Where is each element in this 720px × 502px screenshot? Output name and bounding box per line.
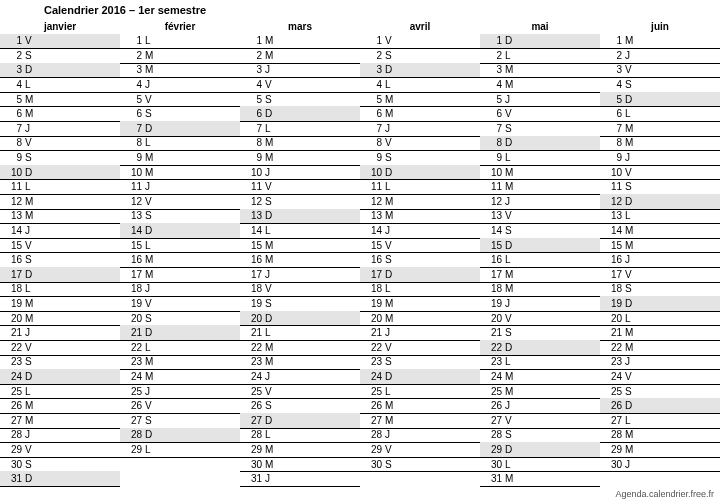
day-cell: 22M — [600, 340, 720, 356]
day-cell: 20V — [480, 311, 600, 327]
day-row: 5M5V5S5M5J5D — [0, 92, 720, 107]
day-number: 1 — [360, 34, 385, 49]
day-number: 19 — [360, 296, 385, 311]
day-weekday: V — [625, 267, 641, 282]
day-weekday: M — [25, 106, 41, 121]
day-cell: 11M — [480, 179, 600, 195]
day-cell: 28S — [480, 428, 600, 444]
day-weekday: L — [145, 340, 161, 355]
month-name: avril — [360, 21, 480, 32]
day-cell: 10M — [480, 165, 600, 181]
day-number: 25 — [480, 384, 505, 399]
day-space — [641, 92, 720, 107]
day-space — [41, 238, 120, 253]
day-space — [521, 136, 600, 151]
day-cell: 10D — [360, 165, 480, 181]
day-number: 30 — [480, 457, 505, 472]
day-weekday: V — [25, 340, 41, 355]
day-cell: 12V — [120, 194, 240, 210]
day-weekday: D — [385, 267, 401, 282]
day-number: 4 — [0, 77, 25, 92]
day-cell: 20M — [0, 311, 120, 327]
day-space — [41, 136, 120, 151]
day-cell: 29D — [480, 442, 600, 458]
day-number: 2 — [480, 48, 505, 63]
day-weekday: M — [265, 238, 281, 253]
day-space — [521, 223, 600, 238]
day-number: 27 — [0, 413, 25, 428]
day-space — [521, 252, 600, 267]
day-space — [401, 48, 480, 63]
day-cell — [360, 471, 480, 487]
day-weekday: J — [145, 384, 161, 399]
day-space — [41, 150, 120, 165]
day-space — [161, 355, 240, 370]
day-weekday: V — [145, 92, 161, 107]
day-cell: 29V — [0, 442, 120, 458]
day-cell: 25M — [480, 384, 600, 400]
day-weekday: M — [385, 296, 401, 311]
day-weekday: J — [625, 457, 641, 472]
day-number: 31 — [240, 471, 265, 486]
day-cell: 18V — [240, 282, 360, 298]
day-number: 19 — [240, 296, 265, 311]
day-number: 24 — [360, 369, 385, 384]
day-number: 3 — [120, 63, 145, 78]
day-space — [401, 267, 480, 282]
day-cell: 8M — [240, 136, 360, 152]
day-weekday: M — [385, 92, 401, 107]
day-weekday: J — [385, 428, 401, 443]
day-weekday: V — [625, 63, 641, 78]
day-weekday: M — [265, 442, 281, 457]
day-weekday: S — [265, 296, 281, 311]
day-number: 27 — [600, 413, 625, 428]
day-number: 21 — [480, 325, 505, 340]
day-cell: 25V — [240, 384, 360, 400]
day-number: 27 — [360, 413, 385, 428]
day-cell: 11S — [600, 179, 720, 195]
day-weekday: S — [145, 311, 161, 326]
day-row: 30S30M30S30L30J — [0, 457, 720, 472]
day-cell: 18M — [480, 282, 600, 298]
day-cell — [120, 471, 240, 487]
day-weekday: V — [505, 413, 521, 428]
day-number: 9 — [600, 150, 625, 165]
day-cell: 1V — [360, 34, 480, 50]
day-number: 12 — [120, 194, 145, 209]
day-space — [41, 369, 120, 384]
day-number: 5 — [480, 92, 505, 107]
day-number: 1 — [120, 34, 145, 49]
day-cell: 14S — [480, 223, 600, 239]
day-weekday: L — [145, 34, 161, 49]
day-number: 22 — [360, 340, 385, 355]
day-number: 21 — [0, 325, 25, 340]
day-weekday: V — [25, 136, 41, 151]
day-weekday: M — [505, 63, 521, 78]
day-number: 26 — [480, 398, 505, 413]
day-rows: 1V1L1M1V1D1M2S2M2M2S2L2J3D3M3J3D3M3V4L4J… — [0, 34, 720, 486]
day-number: 28 — [120, 428, 145, 443]
day-space — [521, 209, 600, 224]
day-cell: 13M — [0, 209, 120, 225]
day-weekday: V — [505, 311, 521, 326]
day-cell: 19S — [240, 296, 360, 312]
day-number: 23 — [240, 355, 265, 370]
day-weekday: J — [385, 121, 401, 136]
day-space — [41, 384, 120, 399]
day-row: 3D3M3J3D3M3V — [0, 63, 720, 78]
day-space — [641, 252, 720, 267]
day-number: 27 — [120, 413, 145, 428]
day-cell: 10D — [0, 165, 120, 181]
day-cell: 12S — [240, 194, 360, 210]
day-cell: 11V — [240, 179, 360, 195]
day-cell: 19V — [120, 296, 240, 312]
day-number: 25 — [120, 384, 145, 399]
day-space — [641, 282, 720, 297]
day-cell: 8M — [600, 136, 720, 152]
day-cell: 5V — [120, 92, 240, 108]
day-cell: 7M — [600, 121, 720, 137]
day-number: 21 — [240, 325, 265, 340]
day-space — [41, 252, 120, 267]
day-row: 14J14D14L14J14S14M — [0, 224, 720, 239]
day-weekday: S — [625, 77, 641, 92]
